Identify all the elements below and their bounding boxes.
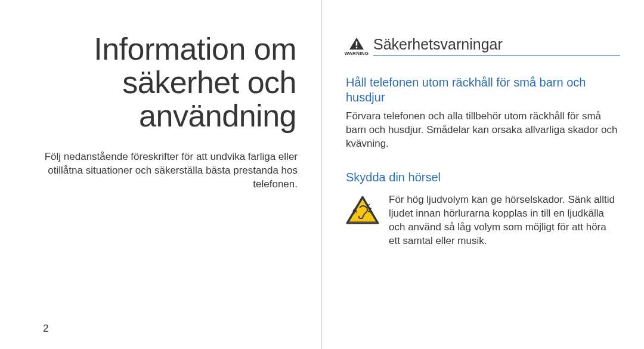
warning-label: WARNING	[345, 51, 369, 56]
hearing-damage-icon	[346, 196, 379, 228]
right-page: WARNING Säkerhetsvarningar Håll telefone…	[322, 0, 644, 349]
heading-keep-away: Håll telefonen utom räckhåll för små bar…	[346, 75, 620, 105]
section-title: Säkerhetsvarningar	[373, 36, 620, 53]
section-header: WARNING Säkerhetsvarningar	[346, 36, 620, 56]
page-number: 2	[43, 323, 48, 335]
svg-rect-0	[356, 41, 358, 45]
left-page: Information om säkerhet och användning F…	[0, 0, 322, 349]
hearing-block: För hög ljudvolym kan ge hörselskador. S…	[346, 193, 620, 248]
title-line-2: säkerhet och	[122, 65, 296, 100]
title-line-1: Information om	[94, 32, 296, 66]
body-keep-away: Förvara telefonen och alla tillbehör uto…	[346, 110, 620, 151]
warning-triangle-icon: WARNING	[346, 37, 367, 56]
title-line-3: användning	[139, 98, 296, 133]
svg-rect-1	[356, 47, 358, 49]
page-spread: Information om säkerhet och användning F…	[0, 0, 644, 349]
intro-text: Följ nedanstående föreskrifter för att u…	[24, 150, 298, 192]
body-hearing: För hög ljudvolym kan ge hörselskador. S…	[389, 193, 620, 248]
section-title-underline: Säkerhetsvarningar	[373, 36, 620, 56]
heading-hearing: Skydda din hörsel	[346, 170, 620, 185]
page-title: Information om säkerhet och användning	[24, 32, 296, 132]
